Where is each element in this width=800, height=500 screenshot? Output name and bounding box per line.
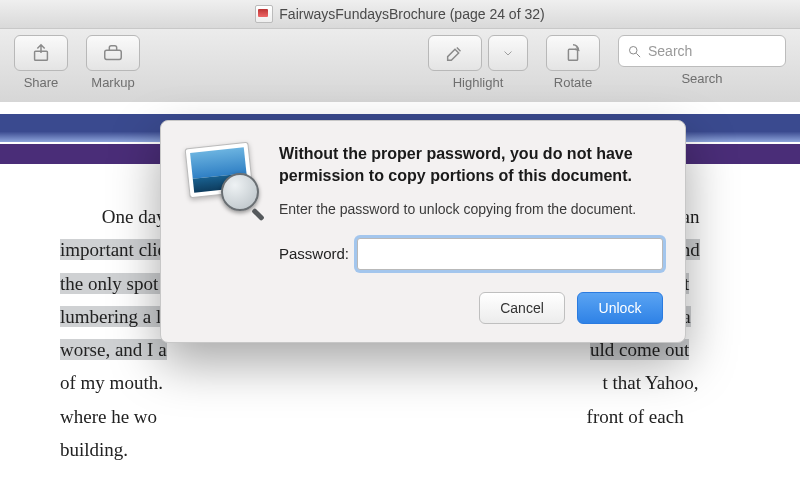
rotate-button[interactable] — [546, 35, 600, 71]
svg-point-3 — [630, 46, 638, 54]
window-titlebar: FairwaysFundaysBrochure (page 24 of 32) — [0, 0, 800, 29]
highlight-button[interactable] — [428, 35, 482, 71]
password-label: Password: — [279, 245, 349, 262]
search-label: Search — [681, 71, 722, 86]
window-title: FairwaysFundaysBrochure (page 24 of 32) — [279, 6, 544, 22]
rotate-icon — [562, 42, 584, 64]
svg-rect-1 — [105, 50, 122, 59]
password-dialog: Without the proper password, you do not … — [160, 120, 686, 343]
highlight-options-button[interactable] — [488, 35, 528, 71]
unlock-button[interactable]: Unlock — [577, 292, 663, 324]
chevron-down-icon — [502, 47, 514, 59]
toolbox-icon — [102, 42, 124, 64]
search-input[interactable]: Search — [618, 35, 786, 67]
highlighter-icon — [444, 42, 466, 64]
toolbar-group-search: Search Search — [618, 35, 786, 86]
share-label: Share — [24, 75, 59, 90]
toolbar-group-share: Share — [14, 35, 68, 90]
svg-rect-2 — [568, 49, 577, 60]
markup-button[interactable] — [86, 35, 140, 71]
search-icon — [627, 44, 642, 59]
cancel-button[interactable]: Cancel — [479, 292, 565, 324]
document-icon — [255, 5, 273, 23]
share-icon — [30, 42, 52, 64]
highlight-label: Highlight — [453, 75, 504, 90]
search-placeholder: Search — [648, 43, 692, 59]
dialog-subtext: Enter the password to unlock copying fro… — [279, 200, 663, 220]
toolbar: Share Markup Highlight Rotate — [0, 29, 800, 110]
toolbar-group-markup: Markup — [86, 35, 140, 90]
preview-app-icon — [183, 143, 261, 211]
password-input[interactable] — [357, 238, 663, 270]
toolbar-group-highlight: Highlight — [428, 35, 528, 90]
toolbar-group-rotate: Rotate — [546, 35, 600, 90]
dialog-heading: Without the proper password, you do not … — [279, 143, 663, 186]
rotate-label: Rotate — [554, 75, 592, 90]
share-button[interactable] — [14, 35, 68, 71]
markup-label: Markup — [91, 75, 134, 90]
